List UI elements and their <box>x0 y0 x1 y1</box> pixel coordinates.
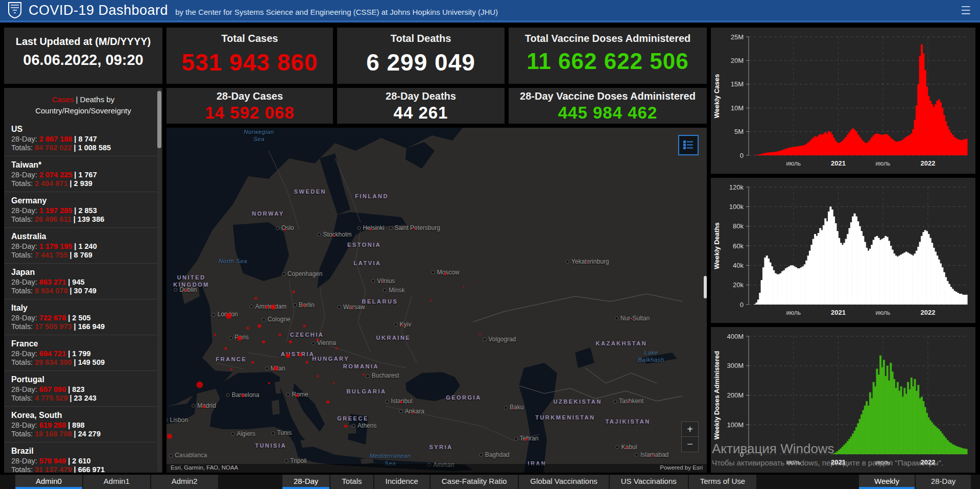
case-cluster-dot[interactable] <box>299 353 302 357</box>
tab-period-28-day[interactable]: 28-Day <box>916 475 971 489</box>
case-cluster-dot[interactable] <box>587 262 588 263</box>
tab-case-fatality-ratio[interactable]: Case-Fatality Ratio <box>431 475 518 489</box>
country-list: US28-Day: 2 867 188 | 8 747Totals: 84 76… <box>4 121 162 473</box>
case-cluster-dot[interactable] <box>412 412 414 414</box>
case-cluster-dot[interactable] <box>214 334 216 336</box>
case-cluster-dot[interactable] <box>226 313 232 319</box>
case-cluster-dot[interactable] <box>279 334 281 336</box>
tab-us-vaccinations[interactable]: US Vaccinations <box>610 475 688 489</box>
case-cluster-dot[interactable] <box>513 407 515 409</box>
case-cluster-dot[interactable] <box>273 366 278 371</box>
zoom-in-button[interactable]: + <box>681 422 699 437</box>
country-row[interactable]: Korea, South28-Day: 619 288 | 898Totals:… <box>4 406 162 442</box>
case-cluster-dot[interactable] <box>431 299 432 301</box>
case-cluster-dot[interactable] <box>524 438 527 441</box>
case-cluster-dot[interactable] <box>196 381 203 388</box>
weekly-cases-chart-panel[interactable]: 25M20M15M10M5M0июль2021июль2022Weekly Ca… <box>711 28 975 174</box>
country-name: Brazil <box>11 447 162 456</box>
country-row[interactable]: Japan28-Day: 863 271 | 945Totals: 8 934 … <box>4 263 162 299</box>
tab-totals[interactable]: Totals <box>330 475 373 489</box>
tab-incidence[interactable]: Incidence <box>374 475 429 489</box>
case-cluster-dot[interactable] <box>185 289 187 291</box>
case-cluster-dot[interactable] <box>652 455 654 457</box>
case-cluster-dot[interactable] <box>414 228 416 230</box>
case-cluster-dot[interactable] <box>257 324 261 328</box>
case-cluster-dot[interactable] <box>626 447 628 449</box>
weekly-doses-chart-panel[interactable]: 400M300M200M100M0июль2021июль2022Weekly … <box>711 327 975 473</box>
case-cluster-dot[interactable] <box>383 281 385 283</box>
case-cluster-dot[interactable] <box>333 382 334 384</box>
country-row[interactable]: France28-Day: 694 721 | 1 799Totals: 29 … <box>4 335 162 370</box>
country-row[interactable]: US28-Day: 2 867 188 | 8 747Totals: 84 76… <box>4 121 162 156</box>
case-cluster-dot[interactable] <box>266 306 269 309</box>
zoom-out-button[interactable]: − <box>681 437 699 452</box>
svg-text:июль: июль <box>875 160 890 167</box>
case-cluster-dot[interactable] <box>401 324 403 327</box>
case-cluster-dot[interactable] <box>632 318 634 320</box>
case-cluster-dot[interactable] <box>333 235 335 237</box>
case-cluster-dot[interactable] <box>326 401 329 404</box>
jhu-shield-logo-icon <box>8 2 21 18</box>
case-cluster-dot[interactable] <box>303 325 305 328</box>
country-row[interactable]: Brazil28-Day: 578 949 | 2 610Totals: 31 … <box>4 442 162 473</box>
case-cluster-dot[interactable] <box>167 434 172 439</box>
country-row[interactable]: Italy28-Day: 722 678 | 2 505Totals: 17 5… <box>4 299 162 335</box>
case-cluster-dot[interactable] <box>289 340 292 343</box>
map-zoom-controls: + − <box>681 422 699 452</box>
case-cluster-dot[interactable] <box>306 361 308 364</box>
tab-admin0[interactable]: Admin0 <box>15 475 82 489</box>
case-cluster-dot[interactable] <box>363 374 365 376</box>
case-cluster-dot[interactable] <box>225 347 227 350</box>
map-scrollbar-thumb[interactable] <box>704 276 707 298</box>
case-cluster-dot[interactable] <box>463 286 464 287</box>
hamburger-menu-icon[interactable]: ☰ <box>961 4 971 17</box>
case-cluster-dot[interactable] <box>262 340 265 343</box>
case-cluster-dot[interactable] <box>252 361 254 364</box>
case-cluster-dot[interactable] <box>284 229 286 231</box>
country-totals-line: Totals: 31 137 479 | 666 971 <box>11 465 162 473</box>
case-cluster-dot[interactable] <box>271 305 276 310</box>
case-cluster-dot[interactable] <box>242 394 245 397</box>
tab-admin1[interactable]: Admin1 <box>83 475 150 489</box>
case-cluster-dot[interactable] <box>344 425 347 428</box>
tab-period-weekly[interactable]: Weekly <box>859 475 915 489</box>
case-cluster-dot[interactable] <box>317 375 319 377</box>
tab-global-vaccinations[interactable]: Global Vaccinations <box>519 475 608 489</box>
case-cluster-dot[interactable] <box>230 368 232 370</box>
case-cluster-dot[interactable] <box>237 336 242 340</box>
country-row[interactable]: Germany28-Day: 1 197 285 | 2 853Totals: … <box>4 192 162 227</box>
case-cluster-dot[interactable] <box>370 228 372 230</box>
country-list-scrollbar-thumb[interactable] <box>157 91 161 148</box>
total-cases-value: 531 943 860 <box>166 49 333 76</box>
map-legend-button[interactable] <box>678 135 699 155</box>
case-cluster-dot[interactable] <box>302 305 305 307</box>
case-cluster-dot[interactable] <box>479 334 481 336</box>
case-cluster-dot[interactable] <box>336 347 338 350</box>
case-cluster-dot[interactable] <box>296 394 299 397</box>
country-28day-line: 28-Day: 2 867 188 | 8 747 <box>11 135 162 143</box>
chart-y-axis-label: Weekly Doses Administered <box>713 351 721 439</box>
svg-text:20k: 20k <box>733 281 744 289</box>
weekly-deaths-chart-panel[interactable]: 120k100k80k60k40k20k0июль2021июль2022Wee… <box>711 178 975 323</box>
case-cluster-dot[interactable] <box>268 382 270 384</box>
world-map[interactable]: Norwegian SeaNorth SeaLake BalkhashMedit… <box>166 128 707 473</box>
case-cluster-dot[interactable] <box>292 290 295 293</box>
country-row[interactable]: Portugal28-Day: 657 090 | 823Totals: 4 7… <box>4 370 162 406</box>
case-cluster-dot[interactable] <box>351 307 353 309</box>
case-cluster-dot[interactable] <box>254 297 257 300</box>
case-cluster-dot[interactable] <box>628 402 630 403</box>
country-row[interactable]: Taiwan*28-Day: 2 074 225 | 1 767Totals: … <box>4 156 162 192</box>
chart-y-axis-label: Weekly Deaths <box>713 222 721 269</box>
case-cluster-dot[interactable] <box>246 327 249 329</box>
case-cluster-dot[interactable] <box>317 339 319 341</box>
case-cluster-dot[interactable] <box>286 353 291 358</box>
tab-28-day[interactable]: 28-Day <box>282 475 329 489</box>
svg-text:2021: 2021 <box>831 159 846 167</box>
covid-dashboard: COVID-19 Dashboard by the Center for Sys… <box>0 0 980 489</box>
country-row[interactable]: Australia28-Day: 1 179 195 | 1 240Totals… <box>4 227 162 263</box>
case-cluster-dot[interactable] <box>444 272 446 275</box>
tab-terms-of-use[interactable]: Terms of Use <box>689 475 756 489</box>
case-cluster-dot[interactable] <box>400 401 402 404</box>
tab-admin2[interactable]: Admin2 <box>151 475 218 489</box>
case-cluster-dot[interactable] <box>203 405 206 408</box>
